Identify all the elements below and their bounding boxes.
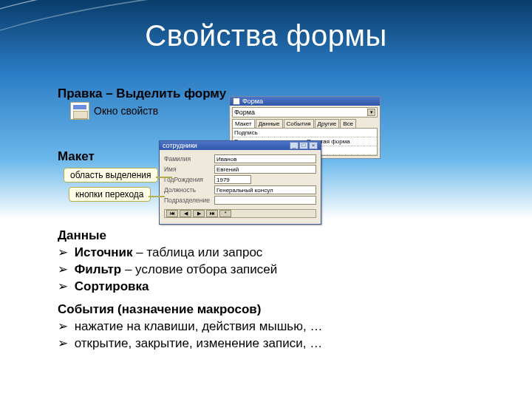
callout-connector-icon <box>156 174 172 181</box>
page-title: Свойства формы <box>0 0 532 52</box>
bullet-event-keys: ➢ нажатие на клавиши, действия мышью, … <box>58 318 488 335</box>
department-input[interactable] <box>214 196 316 205</box>
section-events: События (назначение макросов) <box>58 301 488 318</box>
prop-row[interactable]: Подпись <box>233 129 377 137</box>
dialog-title: сотрудники <box>163 142 197 149</box>
properties-window-label: Окно свойств <box>94 105 158 117</box>
nav-first-button[interactable]: ⏮ <box>166 210 178 217</box>
bullet-filter: ➢ Фильтр – условие отбора записей <box>58 262 488 279</box>
field-lastname: Фамилия Иванов <box>164 154 316 163</box>
bullet-arrow-icon: ➢ <box>58 318 71 335</box>
propsheet-tabs: Макет Данные События Другие Все <box>230 119 380 128</box>
bullet-arrow-icon: ➢ <box>58 262 71 279</box>
firstname-input[interactable]: Евгений <box>214 165 316 174</box>
tab-layout[interactable]: Макет <box>232 119 255 128</box>
minimize-icon[interactable]: _ <box>290 142 299 149</box>
chevron-down-icon[interactable]: ▾ <box>367 109 375 116</box>
combo-value: Форма <box>234 109 255 116</box>
tab-other[interactable]: Другие <box>315 119 340 128</box>
bullet-event-record: ➢ открытие, закрытие, изменение записи, … <box>58 335 488 352</box>
bullet-sort: ➢ Сортировка <box>58 279 488 296</box>
tab-all[interactable]: Все <box>340 119 356 128</box>
field-department: Подразделение <box>164 196 316 205</box>
callout-selection-area: область выделения <box>64 168 158 183</box>
lastname-input[interactable]: Иванов <box>214 154 316 163</box>
record-navigator: ⏮ ◀ ▶ ⏭ * <box>164 209 316 218</box>
object-selector-combo[interactable]: Форма ▾ <box>232 107 378 117</box>
nav-next-button[interactable]: ▶ <box>193 210 205 217</box>
bullet-source: ➢ Источник – таблица или запрос <box>58 245 488 262</box>
dialog-body: Фамилия Иванов Имя Евгений ГодРождения 1… <box>160 150 321 224</box>
nav-new-button[interactable]: * <box>219 210 231 217</box>
nav-prev-button[interactable]: ◀ <box>180 210 191 217</box>
bullet-arrow-icon: ➢ <box>58 245 71 262</box>
propsheet-titlebar: Форма <box>230 97 380 106</box>
properties-icon <box>70 102 89 120</box>
employees-dialog: сотрудники _ □ × Фамилия Иванов Имя Евге… <box>159 140 321 225</box>
tab-events[interactable]: События <box>284 119 314 128</box>
dialog-titlebar: сотрудники _ □ × <box>160 141 321 150</box>
bullet-arrow-icon: ➢ <box>58 335 71 352</box>
nav-last-button[interactable]: ⏭ <box>206 210 218 217</box>
birthyear-input[interactable]: 1979 <box>214 175 251 184</box>
field-birthyear: ГодРождения 1979 <box>164 175 316 184</box>
section-data: Данные <box>58 228 488 245</box>
field-position: Должность Генеральный консул <box>164 185 316 194</box>
properties-window-button[interactable]: Окно свойств <box>70 102 158 120</box>
bullet-arrow-icon: ➢ <box>58 279 71 296</box>
propsheet-title: Форма <box>242 98 263 105</box>
callout-nav-buttons: кнопки перехода <box>69 187 151 202</box>
maximize-icon[interactable]: □ <box>299 142 308 149</box>
form-icon <box>233 98 240 105</box>
callout-connector-icon <box>149 193 165 200</box>
position-input[interactable]: Генеральный консул <box>214 185 316 194</box>
tab-data[interactable]: Данные <box>256 119 283 128</box>
close-icon[interactable]: × <box>309 142 318 149</box>
field-firstname: Имя Евгений <box>164 165 316 174</box>
